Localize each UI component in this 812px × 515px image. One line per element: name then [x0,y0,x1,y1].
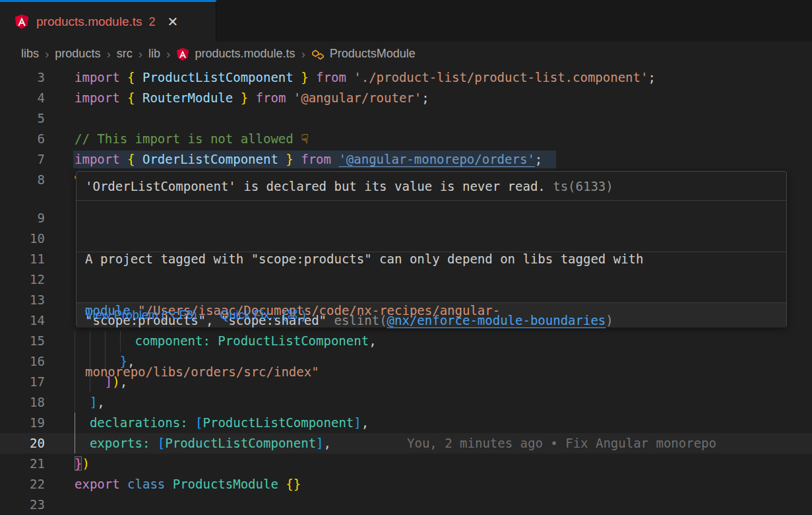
code-line[interactable]: 6// This import is not allowed ☟ [0,129,812,149]
breadcrumb-item-products[interactable]: products [55,47,100,61]
line-number[interactable]: 13 [0,290,45,310]
quick-fix-link[interactable]: Quick Fix... (⌘.) [220,308,305,322]
line-number[interactable]: 6 [0,129,45,149]
line-number[interactable]: 18 [0,392,45,413]
breadcrumb-item-src[interactable]: src [117,47,133,61]
code-line[interactable]: 4import { RouterModule } from '@angular/… [0,88,812,108]
line-number[interactable]: 20 [0,433,45,454]
tab-products-module[interactable]: products.module.ts 2 ✕ [0,0,216,42]
code-line[interactable]: 5 [0,108,812,129]
breadcrumb-item-libs[interactable]: libs [21,47,39,61]
line-number[interactable]: 17 [0,372,45,392]
tab-title: products.module.ts [36,15,142,29]
breadcrumb-item-lib[interactable]: lib [148,47,160,61]
chevron-right-icon: › [106,47,110,61]
symbol-class-icon [311,48,325,61]
line-number[interactable]: 11 [0,249,45,269]
breadcrumb-item-symbol[interactable]: ProductsModule [330,47,416,61]
code-text: exports: [ProductListComponent], [75,433,331,454]
angular-icon [176,48,189,61]
tab-bar: products.module.ts 2 ✕ [0,0,812,42]
angular-icon [15,14,29,30]
code-text: }) [75,454,90,474]
code-text: export class ProductsModule {} [75,474,301,495]
code-text: import { ProductListComponent } from './… [75,67,656,88]
eslint-error-message: A project tagged with "scope:products" c… [77,201,786,252]
view-problem-link[interactable]: View Problem (⌥F8) [85,308,197,322]
line-number[interactable]: 3 [0,67,45,88]
breadcrumb: libs › products › src › lib › products.m… [0,42,812,66]
code-text: // This import is not allowed ☟ [75,129,309,149]
code-text: import { OrderListComponent } from '@ang… [75,149,542,170]
chevron-right-icon: › [45,47,49,61]
line-number[interactable]: 7 [0,149,45,170]
chevron-right-icon: › [166,47,170,61]
line-number[interactable]: 12 [0,269,45,290]
line-number[interactable]: 8 [0,170,45,190]
code-line[interactable]: 7import { OrderListComponent } from '@an… [0,149,812,170]
line-number[interactable]: 10 [0,228,45,249]
code-line[interactable]: 23 [0,495,812,515]
line-number[interactable]: 23 [0,495,45,515]
chevron-right-icon: › [301,47,305,61]
hover-popup: 'OrderListComponent' is declared but its… [76,171,787,327]
vscode-window: products.module.ts 2 ✕ libs › products ›… [0,0,812,515]
line-number[interactable]: 21 [0,454,45,474]
code-line[interactable]: 3import { ProductListComponent } from '.… [0,67,812,88]
ts-error-message: 'OrderListComponent' is declared but its… [77,172,786,201]
close-icon[interactable]: ✕ [168,14,179,30]
line-number[interactable]: 22 [0,474,45,495]
chevron-right-icon: › [139,47,142,61]
ts-error-text: 'OrderListComponent' is declared but its… [85,179,546,193]
code-line[interactable]: 21}) [0,454,812,474]
code-text: import { RouterModule } from '@angular/r… [75,88,429,108]
git-blame-annotation: You, 2 minutes ago • Fix Angular monorep… [407,433,716,454]
line-number[interactable]: 15 [0,331,45,351]
ts-error-code: ts(6133) [546,179,613,193]
line-number[interactable]: 9 [0,208,45,228]
breadcrumb-item-file[interactable]: products.module.ts [195,47,295,61]
line-number[interactable]: 14 [0,310,45,331]
line-number[interactable]: 16 [0,351,45,372]
line-number[interactable]: 19 [0,413,45,433]
tab-modified-badge: 2 [149,15,156,29]
line-number[interactable]: 4 [0,88,45,108]
code-line[interactable]: 20exports: [ProductListComponent],You, 2… [0,433,812,454]
code-line[interactable]: 22export class ProductsModule {} [0,474,812,495]
line-number[interactable]: 5 [0,108,45,129]
